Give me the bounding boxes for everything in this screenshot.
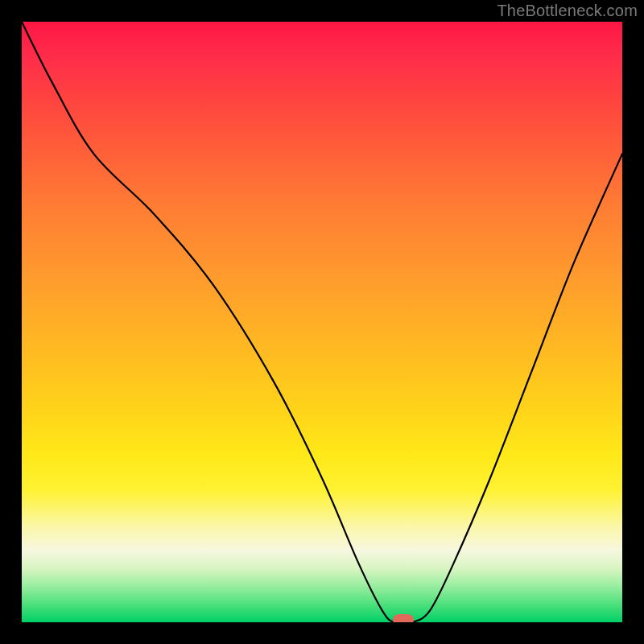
watermark-text: TheBottleneck.com bbox=[497, 2, 638, 20]
optimal-point-marker bbox=[393, 614, 414, 622]
chart-container: TheBottleneck.com bbox=[0, 0, 644, 644]
plot-area bbox=[22, 22, 622, 622]
bottleneck-curve bbox=[22, 22, 622, 622]
